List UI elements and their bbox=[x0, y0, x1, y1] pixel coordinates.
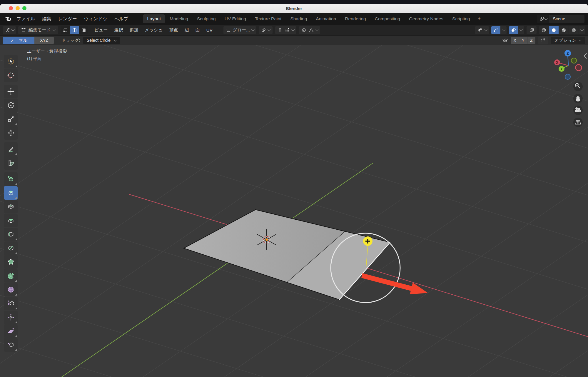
menu-mesh[interactable]: メッシュ bbox=[141, 27, 166, 33]
menu-vertex[interactable]: 頂点 bbox=[166, 27, 181, 33]
solid-shading-button[interactable] bbox=[549, 26, 559, 34]
mirror-butterfly-icon[interactable] bbox=[502, 37, 508, 44]
tab-texture-paint[interactable]: Texture Paint bbox=[251, 14, 285, 23]
wireframe-shading-button[interactable] bbox=[539, 26, 549, 34]
overlays-dropdown-button[interactable] bbox=[518, 26, 524, 34]
snap-base-button[interactable] bbox=[538, 36, 548, 44]
tool-tweak-select-button[interactable] bbox=[4, 55, 18, 68]
rendered-shading-button[interactable] bbox=[569, 26, 579, 34]
tool-shear-button[interactable] bbox=[4, 324, 18, 338]
face-select-mode-button[interactable] bbox=[79, 26, 88, 34]
tool-bevel-button[interactable] bbox=[4, 214, 18, 227]
tool-scale-button[interactable] bbox=[4, 112, 18, 126]
scene-browse-button[interactable] bbox=[537, 15, 549, 23]
3d-viewport[interactable]: Z X Y bbox=[0, 45, 588, 377]
tab-compositing[interactable]: Compositing bbox=[371, 14, 404, 23]
add-workspace-button[interactable]: + bbox=[475, 15, 484, 23]
tab-modeling[interactable]: Modeling bbox=[166, 14, 192, 23]
tool-shrink-fatten-button[interactable] bbox=[4, 311, 18, 324]
tab-geometry-nodes[interactable]: Geometry Nodes bbox=[405, 14, 447, 23]
overlays-toggle-button[interactable] bbox=[509, 26, 518, 34]
tool-edge-slide-button[interactable] bbox=[4, 297, 18, 310]
menu-view[interactable]: ビュー bbox=[91, 27, 111, 33]
menu-window[interactable]: ウィンドウ bbox=[81, 16, 111, 22]
normal-segment-button[interactable]: ノーマル bbox=[3, 37, 34, 44]
camera-view-button[interactable] bbox=[573, 106, 583, 115]
mirror-z-button[interactable]: Z bbox=[527, 37, 535, 44]
transform-orientation-dropdown[interactable]: グロー... bbox=[223, 26, 256, 34]
edge-select-mode-button[interactable] bbox=[70, 26, 79, 34]
menu-file[interactable]: ファイル bbox=[13, 16, 39, 22]
minimize-window-button[interactable] bbox=[16, 6, 20, 10]
extrude-plus-handle[interactable] bbox=[363, 236, 372, 246]
scene-name-field[interactable]: Scene bbox=[549, 15, 584, 23]
menu-select[interactable]: 選択 bbox=[111, 27, 126, 33]
sidebar-collapse-arrow[interactable] bbox=[584, 53, 587, 59]
gizmo-x-ball[interactable]: X bbox=[554, 59, 560, 65]
vertex-select-mode-button[interactable] bbox=[61, 26, 70, 34]
mode-dropdown[interactable]: 編集モード bbox=[18, 26, 58, 34]
gizmo-y-ball[interactable]: Y bbox=[559, 66, 564, 72]
tab-scripting[interactable]: Scripting bbox=[448, 14, 474, 23]
drag-mode-dropdown[interactable]: Select Circle bbox=[83, 37, 120, 44]
tab-animation[interactable]: Animation bbox=[312, 14, 340, 23]
material-preview-button[interactable] bbox=[559, 26, 569, 34]
gizmos-toggle-button[interactable] bbox=[491, 26, 500, 34]
menu-help[interactable]: ヘルプ bbox=[111, 16, 132, 22]
selectability-dropdown[interactable] bbox=[475, 26, 489, 34]
orthographic-toggle-button[interactable] bbox=[573, 118, 583, 127]
tool-rip-region-button[interactable] bbox=[4, 338, 18, 352]
tab-sculpting[interactable]: Sculpting bbox=[193, 14, 220, 23]
orientation-label: グロー... bbox=[233, 27, 250, 33]
tool-smooth-button[interactable] bbox=[4, 283, 18, 296]
tool-poly-build-button[interactable] bbox=[4, 255, 18, 269]
tab-uv-editing[interactable]: UV Editing bbox=[220, 14, 250, 23]
tool-knife-button[interactable] bbox=[4, 241, 18, 255]
shading-dropdown-button[interactable] bbox=[579, 26, 585, 34]
xyz-segment-button[interactable]: XYZ bbox=[34, 37, 54, 44]
tool-loop-cut-button[interactable] bbox=[4, 228, 18, 241]
tool-annotate-button[interactable] bbox=[4, 142, 18, 156]
tab-layout[interactable]: Layout bbox=[143, 14, 165, 23]
gizmo-neg-z-ball[interactable] bbox=[565, 74, 570, 79]
menu-face[interactable]: 面 bbox=[192, 27, 203, 33]
tool-measure-button[interactable] bbox=[4, 156, 18, 170]
gizmo-neg-x-ball[interactable] bbox=[576, 65, 582, 71]
pivot-point-dropdown[interactable] bbox=[259, 26, 273, 34]
menu-render[interactable]: レンダー bbox=[55, 16, 80, 22]
tool-add-cube-button[interactable] bbox=[4, 172, 18, 186]
mirror-x-button[interactable]: X bbox=[511, 37, 519, 44]
gizmo-z-ball[interactable]: Z bbox=[564, 50, 571, 56]
blender-logo-icon[interactable] bbox=[5, 15, 12, 22]
mirror-y-button[interactable]: Y bbox=[519, 37, 527, 44]
mesh-plane[interactable] bbox=[184, 210, 390, 300]
viewport-header: 編集モード ビュー 選択 追加 メッシュ 頂点 辺 面 UV グロー... bbox=[0, 25, 588, 36]
xray-toggle-button[interactable] bbox=[527, 26, 537, 34]
menu-edge[interactable]: 辺 bbox=[181, 27, 192, 33]
options-dropdown[interactable]: オプション bbox=[551, 37, 585, 44]
maximize-window-button[interactable] bbox=[22, 6, 26, 10]
tool-extrude-region-button[interactable] bbox=[4, 186, 18, 200]
tab-rendering[interactable]: Rendering bbox=[341, 14, 370, 23]
tool-transform-button[interactable] bbox=[4, 126, 18, 140]
tool-rotate-button[interactable] bbox=[4, 99, 18, 112]
tool-cursor-button[interactable] bbox=[4, 69, 18, 82]
navigation-gizmo[interactable]: Z X Y bbox=[554, 50, 582, 79]
editor-type-button[interactable] bbox=[3, 26, 16, 34]
tool-move-button[interactable] bbox=[4, 85, 18, 98]
proportional-edit-controls[interactable] bbox=[299, 26, 320, 34]
menu-add[interactable]: 追加 bbox=[126, 27, 141, 33]
tool-inset-faces-button[interactable] bbox=[4, 200, 18, 213]
gizmo-neg-y-ball[interactable] bbox=[571, 58, 577, 63]
snap-controls[interactable] bbox=[275, 26, 296, 34]
zoom-button[interactable] bbox=[573, 82, 583, 91]
tool-spin-button[interactable] bbox=[4, 269, 18, 283]
extrude-region-icon bbox=[7, 189, 15, 197]
pan-hand-button[interactable] bbox=[573, 94, 583, 103]
close-window-button[interactable] bbox=[9, 6, 13, 10]
drag-label: ドラッグ: bbox=[61, 38, 80, 43]
menu-edit[interactable]: 編集 bbox=[39, 16, 55, 22]
tab-shading[interactable]: Shading bbox=[286, 14, 311, 23]
menu-uv[interactable]: UV bbox=[203, 28, 216, 33]
gizmos-dropdown-button[interactable] bbox=[500, 26, 507, 34]
